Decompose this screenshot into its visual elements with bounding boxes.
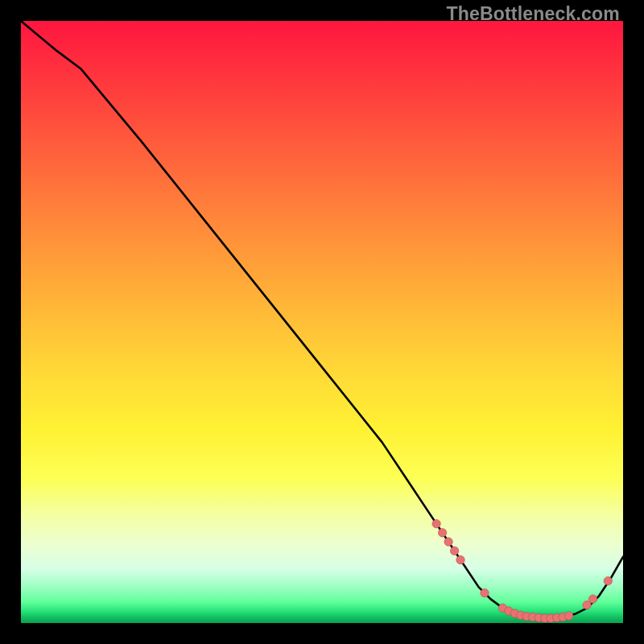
chart-svg (21, 21, 623, 623)
chart-frame: TheBottleneck.com (0, 0, 644, 644)
curve-marker (438, 529, 446, 537)
curve-marker (456, 555, 464, 564)
curve-marker (444, 538, 452, 546)
watermark-text: TheBottleneck.com (446, 3, 620, 25)
curve-marker (432, 519, 440, 527)
curve-marker (450, 547, 458, 555)
curve-marker (604, 576, 612, 584)
curve-marker (588, 595, 597, 603)
curve-marker (565, 612, 573, 620)
curve-markers (432, 519, 613, 622)
bottleneck-curve (21, 21, 623, 618)
chart-plot-area (21, 21, 623, 623)
curve-marker (481, 588, 489, 597)
